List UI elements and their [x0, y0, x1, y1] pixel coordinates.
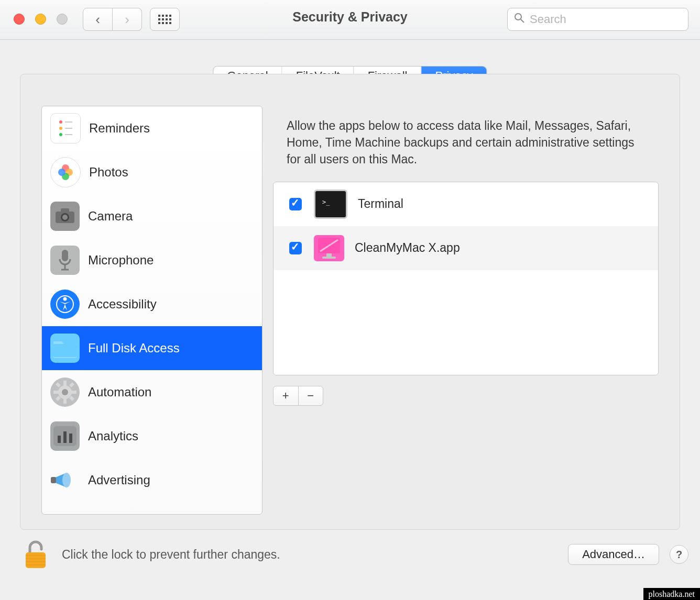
traffic-lights	[14, 14, 68, 25]
svg-point-0	[515, 14, 521, 20]
sidebar-item-advertising[interactable]: Advertising	[42, 458, 262, 502]
detail-pane: Allow the apps below to access data like…	[273, 106, 659, 515]
minimize-button[interactable]	[35, 14, 46, 25]
sidebar-item-label: Accessibility	[88, 297, 157, 312]
svg-rect-28	[71, 391, 76, 394]
back-button[interactable]: ‹	[83, 8, 113, 31]
svg-point-24	[62, 389, 68, 395]
svg-rect-16	[62, 250, 68, 261]
sidebar-item-accessibility[interactable]: Accessibility	[42, 282, 262, 326]
lock-icon[interactable]	[20, 538, 51, 571]
search-field[interactable]	[507, 8, 688, 31]
sidebar-item-label: Reminders	[89, 121, 150, 136]
svg-rect-26	[63, 398, 67, 404]
sidebar-item-automation[interactable]: Automation	[42, 370, 262, 414]
advertising-icon	[50, 465, 80, 495]
search-input[interactable]	[529, 12, 682, 27]
watermark: ploshadka.net	[643, 588, 700, 600]
svg-rect-36	[69, 434, 72, 443]
description-text: Allow the apps below to access data like…	[273, 106, 659, 168]
app-checkbox[interactable]	[289, 242, 302, 254]
svg-line-1	[521, 19, 524, 23]
svg-rect-29	[56, 382, 61, 387]
sidebar-item-label: Full Disk Access	[88, 341, 180, 355]
nav-buttons: ‹ ›	[83, 8, 142, 31]
lock-text: Click the lock to prevent further change…	[62, 548, 280, 562]
sidebar-item-reminders[interactable]: Reminders	[42, 106, 262, 150]
svg-point-11	[58, 169, 65, 176]
svg-rect-15	[61, 208, 69, 213]
photos-icon	[50, 157, 81, 187]
svg-rect-38	[51, 477, 56, 483]
cleanmymac-icon	[314, 235, 344, 261]
grid-icon	[158, 15, 171, 24]
svg-rect-27	[53, 391, 59, 394]
sidebar-item-label: Camera	[88, 209, 133, 224]
chevron-right-icon: ›	[125, 12, 129, 28]
app-list: >_ Terminal CleanMyMac X.app	[273, 182, 659, 375]
svg-rect-44	[26, 552, 46, 568]
app-checkbox[interactable]	[289, 198, 302, 210]
sidebar-item-photos[interactable]: Photos	[42, 150, 262, 194]
svg-point-14	[62, 215, 68, 220]
sidebar-item-analytics[interactable]: Analytics	[42, 414, 262, 458]
svg-point-3	[59, 127, 62, 130]
window-toolbar: ‹ › Security & Privacy	[0, 0, 700, 40]
app-name: Terminal	[358, 197, 403, 211]
svg-rect-34	[58, 436, 61, 443]
sidebar-item-label: Automation	[88, 385, 151, 399]
svg-rect-41	[326, 253, 332, 257]
microphone-icon	[50, 246, 80, 275]
forward-button[interactable]: ›	[113, 8, 142, 31]
app-row[interactable]: CleanMyMac X.app	[274, 226, 658, 270]
add-button[interactable]: +	[274, 386, 299, 405]
help-button[interactable]: ?	[670, 545, 688, 564]
svg-rect-42	[322, 257, 336, 259]
camera-icon	[50, 202, 80, 231]
show-all-button[interactable]	[150, 8, 180, 31]
svg-text:>_: >_	[322, 198, 330, 206]
zoom-button[interactable]	[57, 14, 68, 25]
accessibility-icon	[50, 290, 80, 319]
content-panel: Reminders Photos Camera	[20, 74, 680, 530]
sidebar-item-label: Analytics	[88, 429, 138, 443]
remove-button[interactable]: −	[299, 386, 323, 405]
app-name: CleanMyMac X.app	[355, 241, 460, 255]
privacy-sidebar: Reminders Photos Camera	[41, 106, 262, 515]
svg-rect-35	[63, 431, 67, 443]
svg-point-21	[63, 297, 67, 301]
svg-point-2	[59, 120, 62, 124]
sidebar-item-full-disk-access[interactable]: Full Disk Access	[42, 326, 262, 370]
sidebar-item-label: Microphone	[88, 253, 154, 268]
svg-rect-25	[63, 381, 67, 386]
search-icon	[514, 13, 524, 26]
svg-rect-22	[53, 344, 76, 357]
svg-point-37	[62, 473, 71, 487]
svg-rect-31	[69, 382, 74, 387]
gear-icon	[50, 377, 80, 407]
analytics-icon	[50, 421, 80, 451]
footer: Click the lock to prevent further change…	[20, 538, 688, 571]
svg-point-4	[59, 133, 62, 136]
chevron-left-icon: ‹	[95, 12, 100, 28]
close-button[interactable]	[14, 14, 25, 25]
sidebar-item-camera[interactable]: Camera	[42, 194, 262, 238]
advanced-button[interactable]: Advanced…	[568, 544, 659, 565]
app-row[interactable]: >_ Terminal	[274, 182, 658, 226]
sidebar-item-microphone[interactable]: Microphone	[42, 238, 262, 282]
add-remove-controls: + −	[273, 386, 323, 406]
folder-icon	[50, 334, 80, 363]
sidebar-item-label: Advertising	[88, 473, 150, 487]
terminal-icon: >_	[314, 190, 347, 219]
sidebar-item-label: Photos	[89, 165, 128, 180]
reminders-icon	[50, 113, 81, 143]
